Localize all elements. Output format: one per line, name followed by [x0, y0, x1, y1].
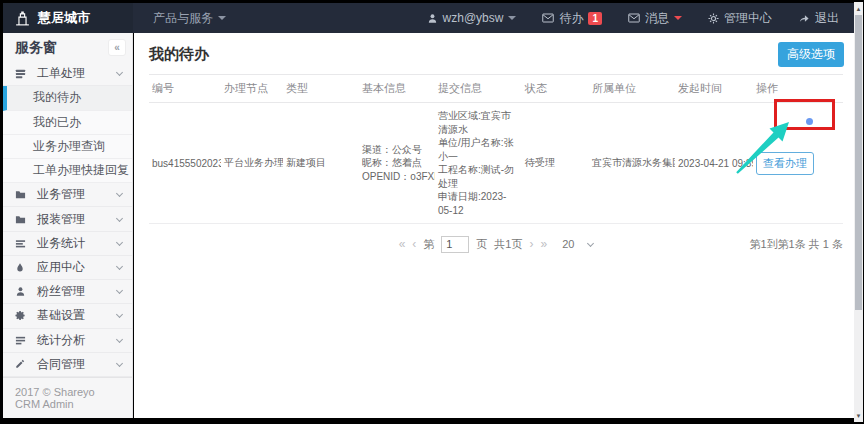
top-navigation-bar: 慧居城市 产品与服务 wzh@ybsw 待办 1 消息	[3, 3, 855, 33]
sidebar-item-contract-mgmt[interactable]: 合同管理	[3, 353, 132, 377]
sidebar-item-label: 合同管理	[37, 356, 85, 373]
col-header-type: 类型	[283, 75, 359, 102]
sidebar-item-label: 统计分析	[37, 332, 85, 349]
topbar-right-group: wzh@ybsw 待办 1 消息 管理中心 退出	[427, 10, 855, 27]
col-header-submit-info: 提交信息	[435, 75, 522, 102]
logout-menu[interactable]: 退出	[798, 10, 839, 27]
subitem-label: 业务办理查询	[33, 138, 105, 155]
brand-name: 慧居城市	[38, 9, 90, 27]
col-header-actions: 操作	[753, 75, 833, 102]
gear-icon	[708, 13, 719, 24]
advanced-options-button[interactable]: 高级选项	[778, 42, 844, 67]
first-page-icon[interactable]: «	[399, 237, 406, 251]
col-header-node: 办理节点	[221, 75, 283, 102]
sidebar-item-stats-analysis[interactable]: 统计分析	[3, 329, 132, 353]
sidebar-subitem-my-done[interactable]: 我的已办	[3, 111, 132, 135]
chevron-down-icon	[116, 239, 123, 246]
list-icon	[15, 335, 30, 346]
sidebar-item-business-mgmt[interactable]: 业务管理	[3, 183, 132, 207]
sidebar-item-install-mgmt[interactable]: 报装管理	[3, 207, 132, 231]
messages-menu[interactable]: 消息	[628, 10, 682, 27]
chevron-down-icon	[218, 16, 226, 20]
products-services-label: 产品与服务	[153, 10, 213, 27]
sidebar-item-label: 业务统计	[37, 235, 85, 252]
submit-info-line: 单位/用户名称:张小一	[438, 136, 519, 163]
products-services-menu[interactable]: 产品与服务	[153, 10, 226, 27]
page-number-input[interactable]	[441, 236, 469, 253]
chevron-down-icon	[674, 16, 682, 20]
chevron-down-icon	[116, 360, 123, 367]
sidebar-item-label: 基础设置	[37, 307, 85, 324]
vertical-scrollbar[interactable]: ▲ ▼	[854, 2, 863, 422]
cell-start-time: 2023-04-21 09:39:08	[675, 152, 753, 175]
sidebar-subitem-my-todo[interactable]: 我的待办	[3, 86, 132, 110]
subitem-label: 我的待办	[33, 89, 81, 106]
sidebar-item-business-stats[interactable]: 业务统计	[3, 232, 132, 256]
chevron-down-icon	[508, 16, 516, 20]
chevron-down-icon	[116, 287, 123, 294]
table-row: bus4155502023042109. 平台业务办理 新建项目 渠道：公众号 …	[149, 103, 843, 224]
subitem-label: 我的已办	[33, 114, 81, 131]
sidebar-item-app-center[interactable]: 应用中心	[3, 256, 132, 280]
col-header-status: 状态	[522, 75, 589, 102]
page-label-after: 页	[476, 237, 487, 252]
chevron-down-icon	[116, 69, 123, 76]
cell-status: 待受理	[522, 150, 589, 176]
basic-info-line: 渠道：公众号	[362, 143, 432, 157]
page-size-select[interactable]: 20	[562, 238, 593, 250]
pagination-bar: « ‹ 第 页 共1页 › » 20 第1到第1条 共 1 条	[149, 232, 843, 256]
sidebar-item-label: 工单处理	[37, 65, 85, 82]
submit-info-line: 工程名称:测试-勿处理	[438, 163, 519, 190]
chevron-down-icon	[116, 311, 123, 318]
sidebar-item-work-orders[interactable]: 工单处理	[3, 62, 132, 86]
sidebar: 服务窗 « 工单处理 我的待办 我的已办 业务办理查询 工单办理快捷回复 业务管…	[3, 33, 133, 418]
scroll-up-icon[interactable]: ▲	[854, 3, 863, 14]
messages-label: 消息	[645, 10, 669, 27]
table-header-row: 编号 办理节点 类型 基本信息 提交信息 状态 所属单位 发起时间 操作	[149, 74, 843, 103]
sidebar-item-label: 应用中心	[37, 259, 85, 276]
sidebar-subitem-quick-reply[interactable]: 工单办理快捷回复	[3, 159, 132, 183]
submit-info-line: 营业区域:宜宾市清源水	[438, 109, 519, 136]
brand-logo[interactable]: 慧居城市	[3, 3, 133, 33]
subitem-label: 工单办理快捷回复	[33, 162, 129, 179]
cell-org: 宜宾市清源水务集团有限	[589, 150, 675, 176]
sidebar-item-label: 粉丝管理	[37, 283, 85, 300]
sidebar-header: 服务窗 «	[3, 33, 132, 62]
bar-chart-icon	[15, 238, 30, 249]
user-icon	[427, 13, 438, 24]
last-page-icon[interactable]: »	[540, 237, 547, 251]
user-email: wzh@ybsw	[443, 11, 504, 25]
sidebar-item-fans-mgmt[interactable]: 粉丝管理	[3, 280, 132, 304]
col-header-start-time: 发起时间	[675, 75, 753, 102]
col-header-id: 编号	[149, 75, 221, 102]
sidebar-item-basic-settings[interactable]: 基础设置	[3, 304, 132, 328]
todo-label: 待办	[559, 10, 583, 27]
next-page-icon[interactable]: ›	[529, 237, 533, 251]
user-icon	[15, 286, 30, 297]
chevron-down-icon	[116, 263, 123, 270]
admin-center-label: 管理中心	[724, 10, 772, 27]
folder-icon	[15, 189, 30, 200]
cell-id: bus4155502023042109.	[149, 152, 221, 175]
view-handle-button[interactable]: 查看办理	[756, 152, 814, 175]
scroll-down-icon[interactable]: ▼	[854, 410, 863, 421]
logout-label: 退出	[815, 10, 839, 27]
todo-menu[interactable]: 待办 1	[542, 10, 602, 27]
page-label-before: 第	[423, 237, 434, 252]
pencil-icon	[15, 359, 30, 369]
col-header-org: 所属单位	[589, 75, 675, 102]
sidebar-title: 服务窗	[15, 39, 57, 57]
pagination-controls: « ‹ 第 页 共1页 › » 20	[149, 232, 843, 256]
sidebar-item-label: 业务管理	[37, 186, 85, 203]
chevron-down-icon	[587, 239, 594, 246]
user-menu[interactable]: wzh@ybsw	[427, 11, 517, 25]
cell-type: 新建项目	[283, 150, 359, 176]
chevron-down-icon	[116, 190, 123, 197]
prev-page-icon[interactable]: ‹	[412, 237, 416, 251]
cell-submit-info: 营业区域:宜宾市清源水 单位/用户名称:张小一 工程名称:测试-勿处理 申请日期…	[435, 103, 522, 223]
main-content: 我的待办 高级选项 编号 办理节点 类型 基本信息 提交信息 状态 所属单位 发…	[134, 33, 855, 418]
sidebar-collapse-button[interactable]: «	[108, 39, 126, 56]
admin-center-menu[interactable]: 管理中心	[708, 10, 772, 27]
sidebar-subitem-business-query[interactable]: 业务办理查询	[3, 135, 132, 159]
scrollbar-thumb[interactable]	[855, 15, 862, 310]
